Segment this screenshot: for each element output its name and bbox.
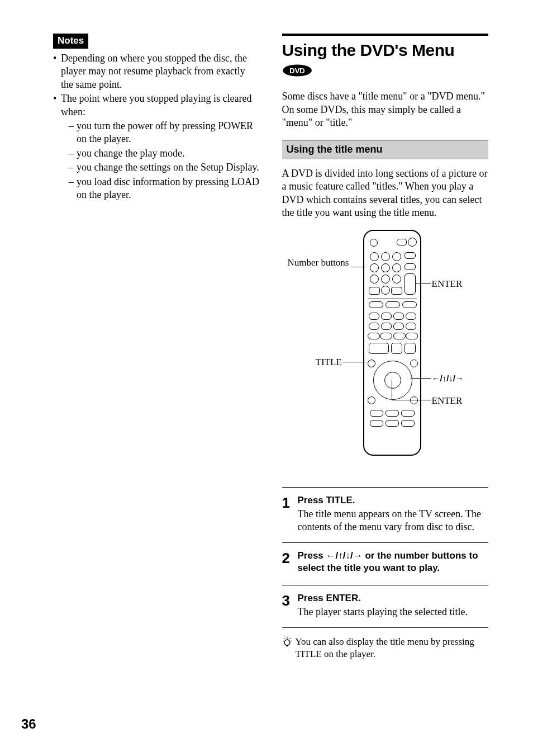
subsection-heading: Using the title menu [282,140,489,159]
label-enter-bottom: ENTER [432,395,463,407]
note-subitem: you turn the power off by pressing POWER… [69,120,260,146]
intro-text: Some discs have a "title menu" or a "DVD… [282,90,489,129]
svg-line-8 [291,641,292,641]
svg-rect-3 [286,645,288,646]
note-item: The point where you stopped playing is c… [53,92,260,201]
step-lead: Press ENTER. [298,592,489,604]
tip: You can also display the title menu by p… [282,636,489,660]
svg-line-6 [289,638,291,639]
tip-icon [282,636,292,648]
label-enter-top: ENTER [432,278,463,290]
note-text: The point where you stopped playing is c… [61,93,251,117]
note-subitem: you change the play mode. [69,147,260,160]
svg-line-5 [284,638,285,639]
step-desc: The player starts playing the selected t… [298,606,489,618]
note-sublist: you turn the power off by pressing POWER… [69,120,260,201]
note-subitem: you load disc information by pressing LO… [69,176,260,202]
notes-label: Notes [53,34,88,49]
step-number: 1 [282,494,298,534]
label-number-buttons: Number buttons [282,257,349,269]
remote-illustration: Number buttons ENTER TITLE ←/↑/↓/→ ENTER [282,230,489,476]
svg-point-2 [284,640,290,645]
dvd-badge-icon: DVD [282,64,312,77]
tip-text: You can also display the title menu by p… [296,636,489,660]
note-item: Depending on where you stopped the disc,… [53,52,260,91]
left-column: Notes Depending on where you stopped the… [53,34,260,660]
label-arrows: ←/↑/↓/→ [432,373,464,384]
page-number: 36 [21,715,36,733]
label-title: TITLE [316,356,342,368]
note-subitem: you change the settings on the Setup Dis… [69,161,260,174]
notes-list: Depending on where you stopped the disc,… [53,52,260,201]
svg-text:DVD: DVD [289,67,304,75]
step-desc: The title menu appears on the TV screen.… [298,508,489,534]
note-text: Depending on where you stopped the disc,… [61,53,247,90]
section-title: Using the DVD's Menu [282,39,489,61]
subsection-intro: A DVD is divided into long sections of a… [282,167,489,220]
step-lead: Press ←/↑/↓/→ or the number buttons to s… [298,550,489,574]
right-column: Using the DVD's Menu DVD Some discs have… [282,34,489,660]
step-2: 2 Press ←/↑/↓/→ or the number buttons to… [282,546,489,581]
step-number: 2 [282,550,298,575]
step-number: 3 [282,592,298,618]
svg-line-7 [283,641,284,641]
step-3: 3 Press ENTER. The player starts playing… [282,589,489,624]
step-lead: Press TITLE. [298,494,489,507]
step-1: 1 Press TITLE. The title menu appears on… [282,491,489,540]
